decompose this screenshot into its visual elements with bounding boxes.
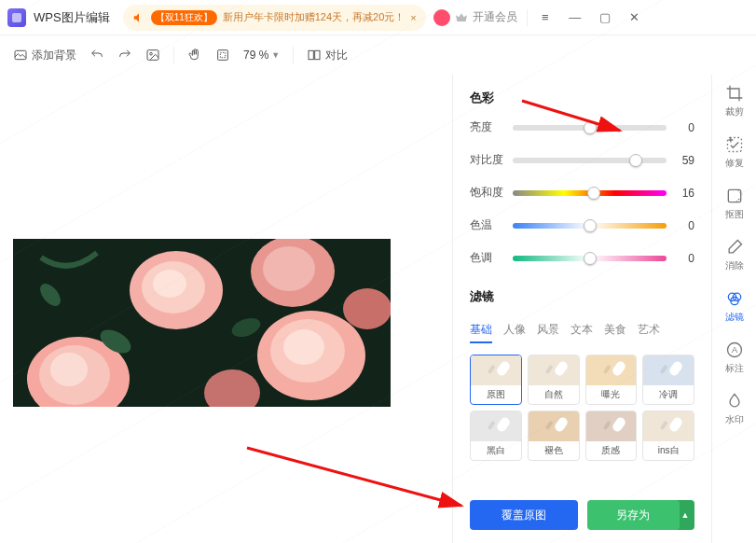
- filter-thumb: [643, 411, 694, 441]
- svg-point-20: [343, 288, 391, 329]
- tint-label: 色调: [470, 250, 509, 266]
- filter-tab-text[interactable]: 文本: [570, 322, 593, 343]
- slider-thumb[interactable]: [584, 219, 597, 232]
- compare-label: 对比: [325, 48, 348, 63]
- promo-badge: 【双11狂欢】: [151, 10, 217, 25]
- filter-section-title: 滤镜: [470, 288, 694, 305]
- redo-button[interactable]: [117, 48, 132, 63]
- heal-icon: [725, 135, 744, 154]
- filter-thumb: [586, 355, 637, 385]
- titlebar: WPS图片编辑 【双11狂欢】 新用户年卡限时加赠124天，再减20元！ × 开…: [0, 0, 756, 35]
- slider-thumb[interactable]: [584, 121, 597, 134]
- menu-icon[interactable]: ≡: [537, 10, 554, 24]
- tool-crop[interactable]: 裁剪: [725, 84, 744, 118]
- watermark-icon: [725, 392, 744, 411]
- svg-point-18: [283, 329, 324, 365]
- promo-text: 新用户年卡限时加赠124天，再减20元！: [223, 10, 405, 24]
- tint-slider[interactable]: 色调 0: [470, 250, 694, 266]
- svg-rect-1: [147, 50, 158, 61]
- filter-texture[interactable]: 质感: [585, 411, 638, 461]
- save-buttons: 覆盖原图 另存为 ▲: [470, 500, 694, 530]
- canvas[interactable]: [0, 75, 452, 543]
- filter-tab-landscape[interactable]: 风景: [537, 322, 559, 343]
- filter-tab-basic[interactable]: 基础: [470, 322, 492, 343]
- svg-text:A: A: [731, 345, 737, 355]
- image-button[interactable]: [145, 48, 160, 63]
- membership-button[interactable]: 开通会员: [433, 9, 517, 26]
- save-as-button[interactable]: 另存为: [587, 500, 680, 530]
- filter-exposure[interactable]: 曝光: [585, 355, 638, 405]
- app-title: WPS图片编辑: [34, 9, 110, 26]
- cutout-icon: [725, 187, 744, 205]
- maximize-button[interactable]: ▢: [597, 10, 613, 24]
- svg-point-10: [50, 353, 88, 386]
- slider-thumb[interactable]: [587, 187, 600, 200]
- tool-annotate[interactable]: A 标注: [725, 341, 744, 375]
- saturation-label: 饱和度: [470, 185, 509, 201]
- filter-tab-portrait[interactable]: 人像: [503, 322, 526, 343]
- erase-icon: [725, 238, 744, 257]
- filter-tab-art[interactable]: 艺术: [638, 322, 660, 343]
- add-background-button[interactable]: 添加背景: [13, 48, 76, 63]
- filter-tab-food[interactable]: 美食: [604, 322, 626, 343]
- slider-track[interactable]: [513, 256, 667, 261]
- tool-watermark[interactable]: 水印: [725, 392, 744, 426]
- temperature-slider[interactable]: 色温 0: [470, 217, 694, 233]
- zoom-value: 79 %: [243, 49, 268, 62]
- slider-track[interactable]: [513, 223, 667, 229]
- saturation-slider[interactable]: 饱和度 16: [470, 185, 694, 201]
- window-controls: ≡ — ▢ ✕: [537, 10, 643, 24]
- add-background-label: 添加背景: [32, 48, 76, 63]
- background-icon: [13, 48, 28, 63]
- filter-grid: 原图 自然 曝光 冷调 黑白 褪色 质感 ins白: [470, 355, 694, 461]
- slider-thumb[interactable]: [584, 252, 597, 265]
- crown-icon: [454, 10, 469, 25]
- filter-thumb: [586, 411, 637, 441]
- filter-natural[interactable]: 自然: [528, 355, 580, 405]
- svg-rect-5: [309, 50, 313, 59]
- filter-bw[interactable]: 黑白: [470, 411, 522, 461]
- tool-erase[interactable]: 消除: [725, 238, 744, 272]
- svg-point-13: [153, 270, 186, 298]
- promo-banner[interactable]: 【双11狂欢】 新用户年卡限时加赠124天，再减20元！ ×: [123, 5, 426, 31]
- filter-fade[interactable]: 褪色: [528, 411, 580, 461]
- slider-track[interactable]: [513, 190, 667, 196]
- minimize-button[interactable]: —: [567, 10, 584, 24]
- slider-thumb[interactable]: [629, 154, 642, 167]
- contrast-slider[interactable]: 对比度 59: [470, 152, 694, 168]
- filter-cold[interactable]: 冷调: [642, 355, 694, 405]
- divider: [173, 47, 174, 63]
- slider-track[interactable]: [513, 125, 667, 131]
- filter-inswhite[interactable]: ins白: [642, 411, 694, 461]
- svg-rect-25: [728, 189, 740, 202]
- overwrite-button[interactable]: 覆盖原图: [470, 500, 578, 530]
- filter-original[interactable]: 原图: [470, 355, 522, 405]
- image-icon: [145, 48, 160, 63]
- avatar-icon: [433, 9, 450, 26]
- filter-thumb: [471, 355, 521, 385]
- filter-thumb: [529, 355, 579, 385]
- tool-heal[interactable]: 修复: [725, 135, 744, 170]
- tool-strip: 裁剪 修复 抠图 消除 滤镜 A 标注 水印: [711, 75, 756, 543]
- brightness-slider[interactable]: 亮度 0: [470, 119, 694, 135]
- edited-image: [13, 239, 391, 407]
- contrast-value: 59: [670, 154, 694, 167]
- pan-button[interactable]: [187, 48, 202, 63]
- divider: [293, 47, 294, 63]
- compare-button[interactable]: 对比: [307, 48, 348, 63]
- zoom-dropdown[interactable]: 79 % ▼: [243, 49, 280, 62]
- temperature-value: 0: [670, 219, 694, 232]
- promo-close-icon[interactable]: ×: [410, 12, 416, 23]
- brightness-value: 0: [670, 121, 694, 134]
- svg-rect-6: [315, 50, 320, 59]
- main-area: 色彩 亮度 0 对比度 59 饱和度 16 色温 0 色调 0 滤镜 基础: [0, 75, 756, 543]
- tool-filter[interactable]: 滤镜: [725, 289, 744, 324]
- close-button[interactable]: ✕: [626, 10, 643, 24]
- tool-cutout[interactable]: 抠图: [725, 187, 744, 221]
- slider-track[interactable]: [513, 158, 667, 163]
- fit-button[interactable]: [215, 48, 230, 63]
- undo-button[interactable]: [89, 48, 104, 63]
- temperature-label: 色温: [470, 217, 509, 233]
- tint-value: 0: [670, 252, 694, 265]
- svg-point-2: [150, 52, 153, 55]
